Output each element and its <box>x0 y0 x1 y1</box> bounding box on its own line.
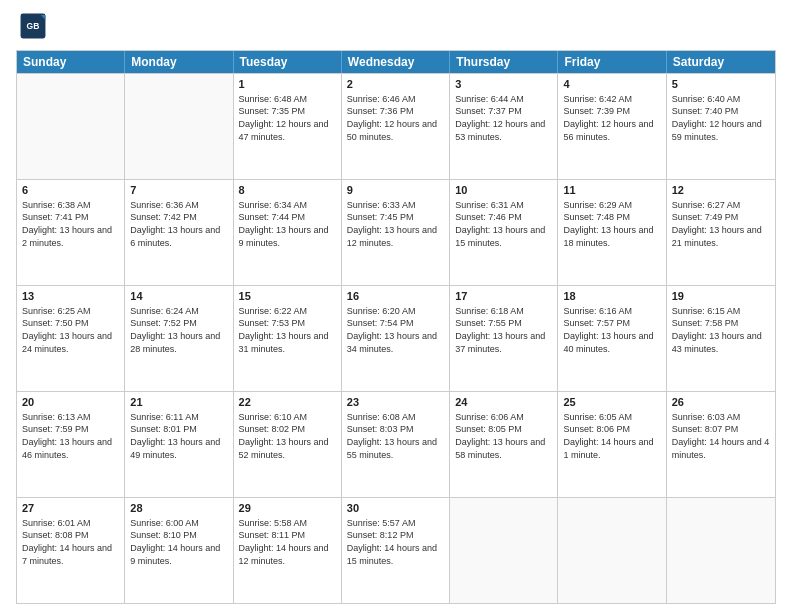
calendar-row-4: 20Sunrise: 6:13 AM Sunset: 7:59 PM Dayli… <box>17 391 775 497</box>
day-number: 7 <box>130 183 227 198</box>
day-cell-4: 4Sunrise: 6:42 AM Sunset: 7:39 PM Daylig… <box>558 74 666 179</box>
weekday-header-friday: Friday <box>558 51 666 73</box>
empty-cell <box>17 74 125 179</box>
weekday-header-tuesday: Tuesday <box>234 51 342 73</box>
day-number: 9 <box>347 183 444 198</box>
day-cell-3: 3Sunrise: 6:44 AM Sunset: 7:37 PM Daylig… <box>450 74 558 179</box>
calendar-row-2: 6Sunrise: 6:38 AM Sunset: 7:41 PM Daylig… <box>17 179 775 285</box>
day-info: Sunrise: 6:01 AM Sunset: 8:08 PM Dayligh… <box>22 517 119 567</box>
day-info: Sunrise: 6:27 AM Sunset: 7:49 PM Dayligh… <box>672 199 770 249</box>
day-number: 24 <box>455 395 552 410</box>
day-number: 20 <box>22 395 119 410</box>
day-info: Sunrise: 6:22 AM Sunset: 7:53 PM Dayligh… <box>239 305 336 355</box>
day-info: Sunrise: 6:38 AM Sunset: 7:41 PM Dayligh… <box>22 199 119 249</box>
day-cell-14: 14Sunrise: 6:24 AM Sunset: 7:52 PM Dayli… <box>125 286 233 391</box>
day-number: 14 <box>130 289 227 304</box>
day-cell-22: 22Sunrise: 6:10 AM Sunset: 8:02 PM Dayli… <box>234 392 342 497</box>
weekday-header-wednesday: Wednesday <box>342 51 450 73</box>
empty-cell <box>558 498 666 603</box>
svg-text:GB: GB <box>27 21 40 31</box>
day-number: 28 <box>130 501 227 516</box>
day-cell-30: 30Sunrise: 5:57 AM Sunset: 8:12 PM Dayli… <box>342 498 450 603</box>
day-cell-10: 10Sunrise: 6:31 AM Sunset: 7:46 PM Dayli… <box>450 180 558 285</box>
day-number: 15 <box>239 289 336 304</box>
day-number: 30 <box>347 501 444 516</box>
day-number: 27 <box>22 501 119 516</box>
day-cell-19: 19Sunrise: 6:15 AM Sunset: 7:58 PM Dayli… <box>667 286 775 391</box>
day-number: 21 <box>130 395 227 410</box>
day-info: Sunrise: 6:25 AM Sunset: 7:50 PM Dayligh… <box>22 305 119 355</box>
day-cell-17: 17Sunrise: 6:18 AM Sunset: 7:55 PM Dayli… <box>450 286 558 391</box>
day-info: Sunrise: 6:33 AM Sunset: 7:45 PM Dayligh… <box>347 199 444 249</box>
day-info: Sunrise: 6:34 AM Sunset: 7:44 PM Dayligh… <box>239 199 336 249</box>
day-info: Sunrise: 6:10 AM Sunset: 8:02 PM Dayligh… <box>239 411 336 461</box>
day-number: 10 <box>455 183 552 198</box>
day-number: 13 <box>22 289 119 304</box>
day-number: 6 <box>22 183 119 198</box>
day-number: 11 <box>563 183 660 198</box>
day-info: Sunrise: 6:29 AM Sunset: 7:48 PM Dayligh… <box>563 199 660 249</box>
empty-cell <box>125 74 233 179</box>
empty-cell <box>667 498 775 603</box>
day-info: Sunrise: 6:24 AM Sunset: 7:52 PM Dayligh… <box>130 305 227 355</box>
day-number: 17 <box>455 289 552 304</box>
day-cell-23: 23Sunrise: 6:08 AM Sunset: 8:03 PM Dayli… <box>342 392 450 497</box>
day-cell-9: 9Sunrise: 6:33 AM Sunset: 7:45 PM Daylig… <box>342 180 450 285</box>
page-header: GB <box>16 12 776 44</box>
day-number: 25 <box>563 395 660 410</box>
day-info: Sunrise: 5:57 AM Sunset: 8:12 PM Dayligh… <box>347 517 444 567</box>
day-cell-12: 12Sunrise: 6:27 AM Sunset: 7:49 PM Dayli… <box>667 180 775 285</box>
day-number: 3 <box>455 77 552 92</box>
logo: GB <box>16 12 49 44</box>
day-info: Sunrise: 6:46 AM Sunset: 7:36 PM Dayligh… <box>347 93 444 143</box>
day-info: Sunrise: 6:03 AM Sunset: 8:07 PM Dayligh… <box>672 411 770 461</box>
day-number: 26 <box>672 395 770 410</box>
day-cell-27: 27Sunrise: 6:01 AM Sunset: 8:08 PM Dayli… <box>17 498 125 603</box>
day-info: Sunrise: 6:11 AM Sunset: 8:01 PM Dayligh… <box>130 411 227 461</box>
day-number: 1 <box>239 77 336 92</box>
day-info: Sunrise: 6:00 AM Sunset: 8:10 PM Dayligh… <box>130 517 227 567</box>
calendar: SundayMondayTuesdayWednesdayThursdayFrid… <box>16 50 776 604</box>
day-cell-8: 8Sunrise: 6:34 AM Sunset: 7:44 PM Daylig… <box>234 180 342 285</box>
day-info: Sunrise: 6:13 AM Sunset: 7:59 PM Dayligh… <box>22 411 119 461</box>
day-cell-11: 11Sunrise: 6:29 AM Sunset: 7:48 PM Dayli… <box>558 180 666 285</box>
day-cell-28: 28Sunrise: 6:00 AM Sunset: 8:10 PM Dayli… <box>125 498 233 603</box>
day-info: Sunrise: 6:06 AM Sunset: 8:05 PM Dayligh… <box>455 411 552 461</box>
calendar-header: SundayMondayTuesdayWednesdayThursdayFrid… <box>17 51 775 73</box>
day-number: 12 <box>672 183 770 198</box>
day-info: Sunrise: 6:44 AM Sunset: 7:37 PM Dayligh… <box>455 93 552 143</box>
calendar-row-5: 27Sunrise: 6:01 AM Sunset: 8:08 PM Dayli… <box>17 497 775 603</box>
day-info: Sunrise: 6:36 AM Sunset: 7:42 PM Dayligh… <box>130 199 227 249</box>
weekday-header-monday: Monday <box>125 51 233 73</box>
day-cell-21: 21Sunrise: 6:11 AM Sunset: 8:01 PM Dayli… <box>125 392 233 497</box>
calendar-body: 1Sunrise: 6:48 AM Sunset: 7:35 PM Daylig… <box>17 73 775 603</box>
day-info: Sunrise: 6:08 AM Sunset: 8:03 PM Dayligh… <box>347 411 444 461</box>
day-info: Sunrise: 6:42 AM Sunset: 7:39 PM Dayligh… <box>563 93 660 143</box>
day-info: Sunrise: 6:18 AM Sunset: 7:55 PM Dayligh… <box>455 305 552 355</box>
day-cell-25: 25Sunrise: 6:05 AM Sunset: 8:06 PM Dayli… <box>558 392 666 497</box>
calendar-row-1: 1Sunrise: 6:48 AM Sunset: 7:35 PM Daylig… <box>17 73 775 179</box>
day-cell-26: 26Sunrise: 6:03 AM Sunset: 8:07 PM Dayli… <box>667 392 775 497</box>
day-info: Sunrise: 6:15 AM Sunset: 7:58 PM Dayligh… <box>672 305 770 355</box>
day-info: Sunrise: 6:48 AM Sunset: 7:35 PM Dayligh… <box>239 93 336 143</box>
day-number: 16 <box>347 289 444 304</box>
weekday-header-thursday: Thursday <box>450 51 558 73</box>
day-cell-5: 5Sunrise: 6:40 AM Sunset: 7:40 PM Daylig… <box>667 74 775 179</box>
day-info: Sunrise: 6:16 AM Sunset: 7:57 PM Dayligh… <box>563 305 660 355</box>
day-number: 29 <box>239 501 336 516</box>
logo-icon: GB <box>19 12 47 40</box>
day-cell-6: 6Sunrise: 6:38 AM Sunset: 7:41 PM Daylig… <box>17 180 125 285</box>
weekday-header-saturday: Saturday <box>667 51 775 73</box>
day-number: 19 <box>672 289 770 304</box>
day-cell-15: 15Sunrise: 6:22 AM Sunset: 7:53 PM Dayli… <box>234 286 342 391</box>
day-cell-18: 18Sunrise: 6:16 AM Sunset: 7:57 PM Dayli… <box>558 286 666 391</box>
day-cell-13: 13Sunrise: 6:25 AM Sunset: 7:50 PM Dayli… <box>17 286 125 391</box>
day-cell-24: 24Sunrise: 6:06 AM Sunset: 8:05 PM Dayli… <box>450 392 558 497</box>
day-cell-16: 16Sunrise: 6:20 AM Sunset: 7:54 PM Dayli… <box>342 286 450 391</box>
day-info: Sunrise: 6:40 AM Sunset: 7:40 PM Dayligh… <box>672 93 770 143</box>
calendar-row-3: 13Sunrise: 6:25 AM Sunset: 7:50 PM Dayli… <box>17 285 775 391</box>
day-cell-2: 2Sunrise: 6:46 AM Sunset: 7:36 PM Daylig… <box>342 74 450 179</box>
day-cell-29: 29Sunrise: 5:58 AM Sunset: 8:11 PM Dayli… <box>234 498 342 603</box>
empty-cell <box>450 498 558 603</box>
day-info: Sunrise: 6:31 AM Sunset: 7:46 PM Dayligh… <box>455 199 552 249</box>
